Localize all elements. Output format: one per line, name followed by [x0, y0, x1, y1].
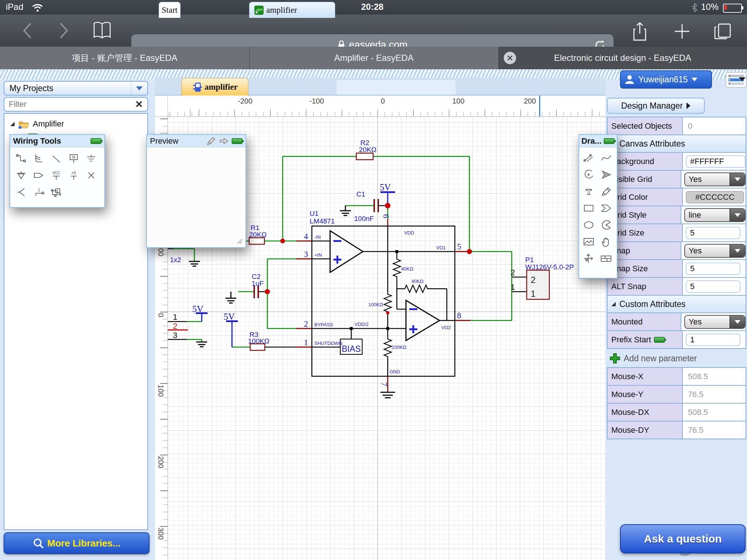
image-tool[interactable] — [580, 233, 597, 250]
arrow-tool[interactable] — [597, 166, 615, 183]
section-canvas-attributes[interactable]: Canvas Attributes — [607, 135, 746, 153]
value-u1[interactable]: LM4871 — [310, 217, 335, 225]
share-button[interactable] — [632, 21, 648, 42]
doc-tab-start[interactable]: Start — [159, 2, 181, 18]
polygon-tool[interactable] — [597, 200, 615, 217]
ellipse-tool[interactable] — [580, 217, 597, 233]
tree-item-project[interactable]: Amplifier — [4, 117, 147, 131]
gnd-triangle-tool[interactable] — [12, 167, 30, 184]
battery-toggle-icon[interactable] — [232, 138, 243, 144]
arc-tool[interactable] — [580, 166, 597, 183]
tree-expander-icon[interactable] — [10, 122, 15, 126]
power-5v-label[interactable]: 5V — [380, 182, 391, 192]
vcc-flag-tool[interactable]: VCC — [47, 167, 65, 184]
no-connect-tool[interactable] — [82, 167, 100, 184]
background-color-input[interactable]: #FFFFFF — [686, 155, 746, 168]
visible-grid-select[interactable]: Yes — [684, 172, 746, 186]
pin-tool[interactable]: 11 — [30, 184, 47, 201]
snap-select[interactable]: Yes — [684, 244, 746, 258]
drawing-tools-header[interactable]: Dra... — [579, 135, 617, 147]
plus5-flag-tool[interactable]: +5 — [65, 167, 82, 184]
open-arrow-icon[interactable] — [218, 136, 229, 146]
grid-style-select[interactable]: line — [684, 208, 746, 222]
browser-tab-amplifier[interactable]: Amplifier - EasyEDA — [249, 47, 499, 69]
grid-color-input[interactable]: #CCCCCC — [686, 191, 744, 203]
ref-c2[interactable]: C2 — [252, 273, 260, 280]
bookmarks-button[interactable] — [92, 20, 112, 41]
value-r2[interactable]: 20KΩ — [359, 146, 376, 153]
browser-tab-active[interactable]: Electronic circuit design - EasyEDA — [499, 47, 747, 69]
snap-size-input[interactable]: 5 — [686, 262, 740, 275]
more-libraries-button[interactable]: More Libraries... — [4, 532, 150, 554]
back-button[interactable] — [21, 21, 34, 40]
connector-p1-body[interactable] — [527, 270, 549, 299]
group-tool[interactable] — [47, 184, 65, 201]
bus-tool[interactable] — [30, 150, 47, 167]
battery-toggle-icon[interactable] — [604, 138, 615, 144]
alt-snap-input[interactable]: 5 — [686, 280, 740, 293]
origin-tool[interactable] — [580, 250, 597, 267]
drawing-tools-panel: Dra... T — [578, 134, 618, 279]
mounted-select[interactable]: Yes — [684, 315, 746, 329]
prefix-start-input[interactable]: 1 — [686, 334, 740, 346]
value-r3[interactable]: 100KΩ — [248, 337, 270, 345]
projects-dropdown[interactable]: My Projects — [4, 81, 148, 96]
capacitor-c1[interactable] — [374, 199, 378, 212]
close-tab-button[interactable] — [504, 52, 516, 64]
add-new-parameter-button[interactable]: Add new parameter — [607, 350, 746, 366]
preview-header[interactable]: Preview — [147, 135, 245, 147]
value-c1[interactable]: 100nF — [354, 215, 374, 222]
line-tool[interactable] — [47, 150, 65, 167]
doc-tab-schematic-active[interactable]: amplifier — [181, 78, 248, 96]
ask-a-question-button[interactable]: Ask a question — [620, 524, 746, 553]
battery-toggle-icon[interactable] — [654, 337, 665, 343]
ref-r1[interactable]: R1 — [251, 224, 259, 232]
branch-tool[interactable] — [12, 184, 30, 201]
value-r1[interactable]: 20KΩ — [249, 231, 267, 238]
conn-pin2-number: 2 — [173, 322, 177, 331]
capacitor-c2[interactable] — [254, 285, 258, 298]
value-c2[interactable]: 1uF — [252, 280, 264, 287]
power-5v-label[interactable]: 5V — [192, 304, 204, 314]
spline-tool[interactable] — [597, 149, 615, 166]
user-menu-button[interactable]: Yuweijian615 — [620, 70, 712, 89]
netflag-gnd-tool[interactable] — [82, 150, 100, 167]
attr-value: 508.5 — [686, 408, 708, 417]
pie-tool[interactable] — [597, 217, 615, 233]
resistor-r2[interactable] — [356, 153, 373, 160]
sheet-frame-tool[interactable] — [597, 250, 615, 267]
resize-handle[interactable] — [235, 237, 243, 244]
doc-tab-pcb[interactable]: amplifier — [249, 2, 335, 18]
new-tab-button[interactable] — [673, 23, 691, 40]
wire-tool[interactable] — [12, 150, 30, 167]
drag-hand-tool[interactable] — [597, 233, 615, 250]
resistor-r1[interactable] — [249, 238, 264, 244]
rectangle-tool[interactable] — [580, 200, 597, 217]
ref-connector[interactable]: 1x2 — [170, 256, 181, 264]
netport-tool[interactable] — [30, 167, 47, 184]
filter-input[interactable] — [4, 99, 131, 109]
ref-r2[interactable]: R2 — [360, 139, 369, 147]
forward-button[interactable] — [58, 21, 70, 40]
value-p1[interactable]: WJ126V-5.0-2P — [525, 263, 574, 271]
clear-filter-button[interactable]: ✕ — [131, 99, 147, 110]
section-custom-attributes[interactable]: Custom Attributes — [607, 295, 746, 313]
design-manager-button[interactable]: Design Manager — [607, 98, 705, 114]
battery-toggle-icon[interactable] — [90, 138, 101, 144]
power-5v-label[interactable]: 5V — [224, 312, 235, 322]
view-options-chevron[interactable] — [739, 77, 746, 81]
text-tool[interactable]: T — [580, 183, 597, 200]
netlabel-tool[interactable]: N — [65, 150, 82, 167]
tabs-overview-button[interactable] — [713, 22, 732, 41]
browser-tab-projects[interactable]: 项目 - 账户管理 - EasyEDA — [0, 47, 249, 69]
pencil-tool[interactable] — [597, 183, 615, 200]
ref-c1[interactable]: C1 — [356, 190, 365, 198]
ref-p1[interactable]: P1 — [525, 256, 534, 264]
edit-icon[interactable] — [206, 136, 216, 146]
grid-size-input[interactable]: 5 — [686, 227, 740, 239]
wiring-tools-header[interactable]: Wiring Tools — [10, 135, 104, 147]
ic-u1-body[interactable] — [312, 226, 455, 376]
polyline-tool[interactable] — [580, 149, 597, 166]
ruler-cursor — [539, 96, 540, 117]
ref-u1[interactable]: U1 — [310, 210, 318, 217]
